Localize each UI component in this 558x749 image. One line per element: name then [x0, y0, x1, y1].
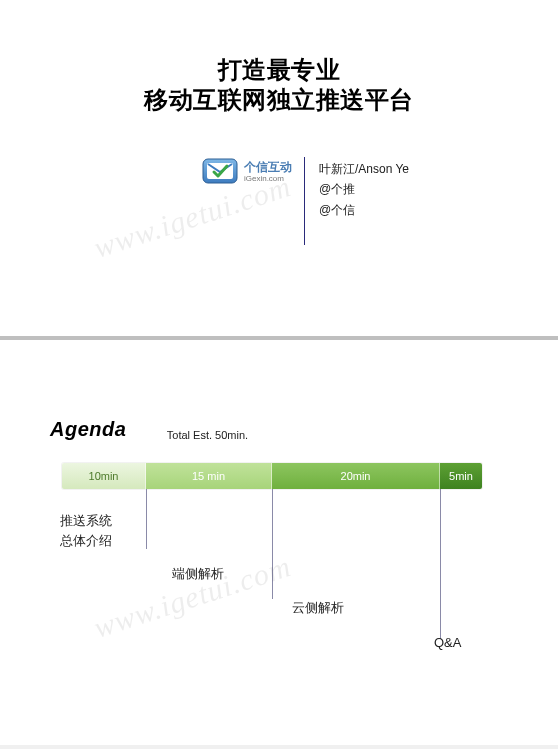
title-line-2: 移动互联网独立推送平台	[0, 85, 558, 115]
title-block: 打造最专业 移动互联网独立推送平台	[0, 55, 558, 115]
timeline-segment-1: 10min	[62, 463, 146, 489]
title-line-1: 打造最专业	[0, 55, 558, 85]
agenda-item-cloud: 云侧解析	[292, 599, 344, 617]
agenda-item-intro-l1: 推送系统	[60, 511, 112, 531]
agenda-item-intro-l2: 总体介绍	[60, 531, 112, 551]
envelope-check-icon	[202, 157, 240, 187]
agenda-item-client: 端侧解析	[172, 565, 224, 583]
timeline-bar: 10min 15 min 20min 5min	[62, 463, 482, 489]
author-handle-2: @个信	[319, 200, 409, 220]
agenda-timeline: 10min 15 min 20min 5min 推送系统 总体介绍 端侧解析 云…	[62, 463, 482, 659]
agenda-item-intro: 推送系统 总体介绍	[60, 511, 112, 550]
author-handle-1: @个推	[319, 179, 409, 199]
author-info: 叶新江/Anson Ye @个推 @个信	[319, 157, 409, 220]
timeline-segment-3: 20min	[272, 463, 440, 489]
vertical-divider	[304, 157, 305, 245]
timeline-segment-4: 5min	[440, 463, 482, 489]
logo-text-cn: 个信互动	[244, 161, 292, 173]
agenda-item-qa: Q&A	[434, 635, 461, 650]
logo: 个信互动 iGexin.com	[149, 157, 304, 187]
agenda-heading: Agenda	[50, 418, 126, 441]
author-row: 个信互动 iGexin.com 叶新江/Anson Ye @个推 @个信	[0, 157, 558, 245]
agenda-items: 推送系统 总体介绍 端侧解析 云侧解析 Q&A	[62, 489, 482, 659]
timeline-segment-2: 15 min	[146, 463, 272, 489]
agenda-slide: Agenda Total Est. 50min. 10min 15 min 20…	[0, 390, 558, 745]
logo-text-en: iGexin.com	[244, 175, 292, 183]
agenda-subheading: Total Est. 50min.	[167, 429, 248, 441]
author-name: 叶新江/Anson Ye	[319, 159, 409, 179]
title-slide: 打造最专业 移动互联网独立推送平台	[0, 0, 558, 340]
slide-gap	[0, 340, 558, 390]
